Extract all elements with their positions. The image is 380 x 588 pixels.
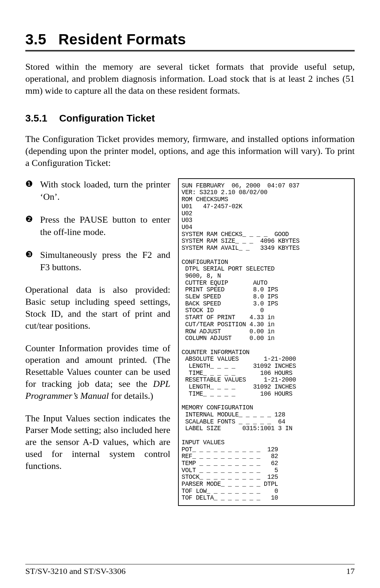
step-3-text: Simultaneously press the F2 and F3 butto… <box>40 249 170 273</box>
page: 3.5Resident Formats Stored within the me… <box>0 0 380 588</box>
step-list: ❶ With stock loaded, turn the printer ‘O… <box>25 178 170 274</box>
footer-model: ST/SV-3210 and ST/SV-3306 <box>25 567 126 576</box>
section-title: 3.5Resident Formats <box>25 31 355 48</box>
intro-paragraph: Stored within the memory are several tic… <box>25 61 355 97</box>
subsection-intro: The Configuration Ticket provides memory… <box>25 133 355 169</box>
counter-paragraph: Counter Information provides time of ope… <box>25 342 170 402</box>
step-2: ❷ Press the PAUSE button to enter the of… <box>25 213 170 238</box>
right-column: SUN FEBRUARY 06, 2000 04:07 037 VER: S32… <box>178 178 355 506</box>
section-name: Resident Formats <box>58 31 186 48</box>
two-column-region: ❶ With stock loaded, turn the printer ‘O… <box>25 178 355 506</box>
step-3-icon: ❸ <box>25 249 34 260</box>
footer-page-number: 17 <box>346 567 355 576</box>
input-values-paragraph: The Input Values section indicates the P… <box>25 413 170 472</box>
step-2-text: Press the PAUSE button to enter the off-… <box>40 213 170 238</box>
step-2-icon: ❷ <box>25 213 34 225</box>
step-3: ❸ Simultaneously press the F2 and F3 but… <box>25 249 170 273</box>
operational-paragraph: Operational data is also provided: Basic… <box>25 284 170 332</box>
subsection-name: Configuration Ticket <box>59 113 155 124</box>
counter-text-b: for details.) <box>109 391 153 401</box>
page-footer: ST/SV-3210 and ST/SV-3306 17 <box>25 564 355 576</box>
step-1: ❶ With stock loaded, turn the printer ‘O… <box>25 178 170 203</box>
step-1-text: With stock loaded, turn the printer ‘On’… <box>40 178 170 203</box>
configuration-ticket-printout: SUN FEBRUARY 06, 2000 04:07 037 VER: S32… <box>178 178 355 506</box>
horizontal-rule <box>25 50 355 52</box>
subsection-title: 3.5.1Configuration Ticket <box>25 113 355 124</box>
left-column: ❶ With stock loaded, turn the printer ‘O… <box>25 178 170 506</box>
subsection-number: 3.5.1 <box>25 113 47 124</box>
step-1-icon: ❶ <box>25 178 34 190</box>
section-number: 3.5 <box>25 31 46 48</box>
counter-text-a: Counter Information provides time of ope… <box>25 343 170 389</box>
